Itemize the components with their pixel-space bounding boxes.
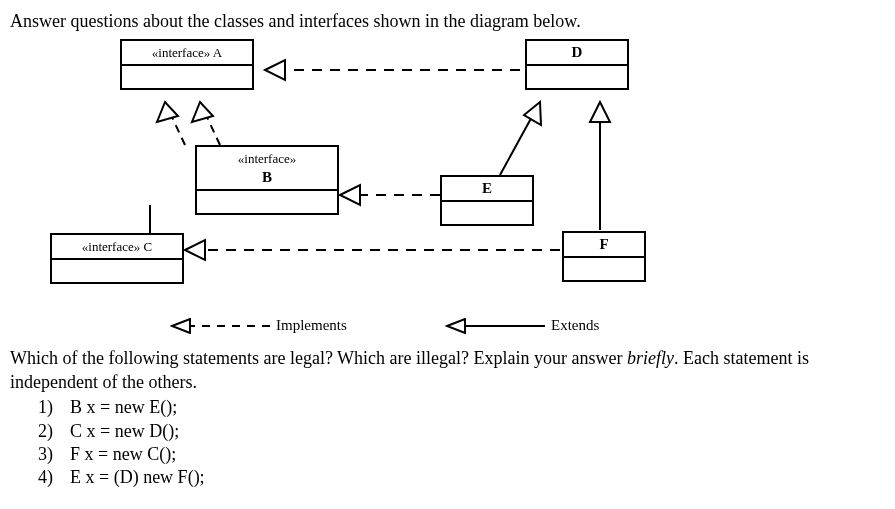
list-item: 3) F x = new C(); [38, 443, 885, 466]
uml-label-b: B [262, 169, 272, 185]
uml-box-a: «interface» A [120, 39, 254, 90]
uml-box-d: D [525, 39, 629, 90]
legend-implements-label: Implements [276, 317, 347, 334]
uml-label-e: E [482, 180, 492, 196]
item-code: E x = (D) new F(); [70, 466, 205, 489]
intro-text: Answer questions about the classes and i… [10, 10, 885, 33]
list-item: 1) B x = new E(); [38, 396, 885, 419]
uml-stereotype-b: «interface» [238, 151, 296, 166]
item-number: 1) [38, 396, 60, 419]
list-item: 2) C x = new D(); [38, 420, 885, 443]
legend-extends: Extends [445, 317, 599, 334]
uml-box-f: F [562, 231, 646, 282]
legend-implements: Implements [170, 317, 347, 334]
list-item: 4) E x = (D) new F(); [38, 466, 885, 489]
uml-label-c: «interface» C [82, 239, 152, 254]
uml-box-c: «interface» C [50, 233, 184, 284]
item-code: B x = new E(); [70, 396, 177, 419]
item-code: F x = new C(); [70, 443, 176, 466]
uml-label-d: D [572, 44, 583, 60]
statement-list: 1) B x = new E(); 2) C x = new D(); 3) F… [38, 396, 885, 490]
item-number: 3) [38, 443, 60, 466]
uml-diagram: «interface» A D «interface» B E «interfa… [10, 35, 880, 345]
item-code: C x = new D(); [70, 420, 179, 443]
uml-box-e: E [440, 175, 534, 226]
item-number: 4) [38, 466, 60, 489]
uml-box-b: «interface» B [195, 145, 339, 215]
item-number: 2) [38, 420, 60, 443]
question-text: Which of the following statements are le… [10, 347, 885, 394]
uml-label-f: F [599, 236, 608, 252]
legend-extends-label: Extends [551, 317, 599, 334]
uml-label-a: «interface» A [152, 45, 222, 60]
